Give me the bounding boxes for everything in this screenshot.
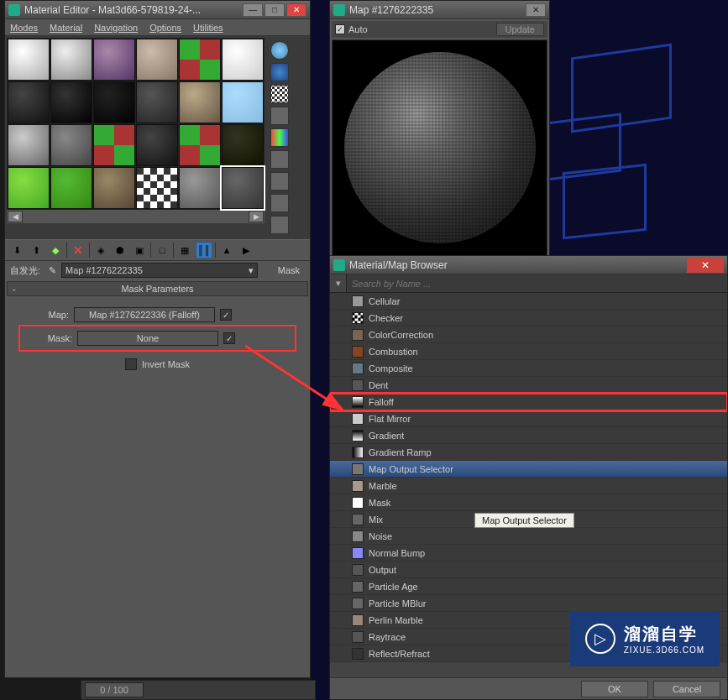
- go-forward-icon[interactable]: ▶: [238, 242, 254, 259]
- map-list-item[interactable]: Gradient Ramp: [330, 444, 727, 461]
- sample-slot[interactable]: [50, 124, 92, 166]
- search-input[interactable]: [347, 279, 727, 289]
- map-type-icon: [352, 295, 364, 307]
- show-end-result-icon[interactable]: ║║: [196, 242, 212, 259]
- sample-slot[interactable]: [50, 81, 92, 123]
- sample-slot[interactable]: [8, 124, 50, 166]
- make-unique-icon[interactable]: ⬢: [112, 242, 128, 259]
- sample-slot[interactable]: [222, 167, 264, 209]
- select-by-material-icon[interactable]: [270, 194, 289, 212]
- menu-modes[interactable]: Modes: [10, 23, 38, 33]
- map-list-item[interactable]: Map Output Selector: [330, 461, 727, 478]
- sample-slot[interactable]: [136, 167, 178, 209]
- mask-slot-button[interactable]: None: [77, 331, 218, 346]
- sample-slot[interactable]: [136, 39, 178, 81]
- sample-slot[interactable]: [222, 39, 264, 81]
- timeline-handle[interactable]: 0 / 100: [85, 682, 144, 697]
- map-slot-button[interactable]: Map #1276222336 (Falloff): [74, 307, 215, 322]
- put-to-scene-icon[interactable]: ⬆: [28, 242, 45, 259]
- get-material-icon[interactable]: ⬇: [8, 242, 25, 259]
- map-list[interactable]: CellularCheckerColorCorrectionCombustion…: [330, 293, 727, 662]
- eyedropper-icon[interactable]: ✎: [49, 265, 56, 276]
- scroll-right-button[interactable]: ▶: [249, 211, 264, 222]
- map-list-item[interactable]: Checker: [330, 310, 727, 326]
- invert-mask-checkbox[interactable]: [125, 358, 137, 370]
- sample-slot[interactable]: [8, 167, 50, 209]
- sample-slot[interactable]: [179, 124, 221, 166]
- map-list-item[interactable]: Marble: [330, 478, 727, 494]
- make-copy-icon[interactable]: ◈: [92, 242, 109, 259]
- sample-slot[interactable]: [136, 81, 178, 123]
- map-list-item[interactable]: Mask: [330, 494, 727, 511]
- go-to-parent-icon[interactable]: ▲: [218, 242, 235, 259]
- timeline-slider[interactable]: 0 / 100: [81, 680, 316, 700]
- rollout-header[interactable]: - Mask Parameters: [7, 281, 308, 296]
- mat-editor-titlebar[interactable]: Material Editor - Mat3d66-579819-24-... …: [5, 1, 310, 19]
- menu-material[interactable]: Material: [50, 23, 82, 33]
- sample-side-toolbar: [264, 38, 295, 238]
- material-name-dropdown[interactable]: Map #1276222335 ▾: [61, 263, 258, 278]
- options-icon[interactable]: [270, 172, 289, 191]
- material-id-icon[interactable]: [270, 216, 289, 234]
- sample-slot[interactable]: [179, 81, 221, 123]
- show-map-icon[interactable]: ▦: [176, 242, 193, 259]
- cancel-button[interactable]: Cancel: [653, 681, 720, 697]
- map-list-item[interactable]: Flat Mirror: [330, 410, 727, 427]
- make-preview-icon[interactable]: [270, 150, 289, 169]
- scroll-left-button[interactable]: ◀: [8, 211, 23, 222]
- video-color-icon[interactable]: [270, 128, 289, 147]
- ok-button[interactable]: OK: [581, 681, 648, 697]
- close-button[interactable]: ✕: [286, 3, 306, 17]
- reset-map-icon[interactable]: ✕: [70, 242, 86, 259]
- sample-slot[interactable]: [222, 124, 264, 166]
- close-button[interactable]: ✕: [687, 258, 724, 273]
- map-list-item[interactable]: Output: [330, 562, 727, 578]
- sample-slot[interactable]: [179, 167, 221, 209]
- map-list-item[interactable]: Noise: [330, 528, 727, 545]
- map-list-item[interactable]: Combustion: [330, 343, 727, 360]
- map-list-item[interactable]: ColorCorrection: [330, 326, 727, 343]
- assign-to-selection-icon[interactable]: ◆: [47, 242, 64, 259]
- sample-slot[interactable]: [93, 39, 135, 81]
- menu-navigation[interactable]: Navigation: [94, 23, 138, 33]
- sample-slot[interactable]: [50, 167, 92, 209]
- map-list-item[interactable]: Dent: [330, 377, 727, 394]
- background-icon[interactable]: [270, 85, 289, 103]
- sample-slot[interactable]: [93, 167, 135, 209]
- put-to-library-icon[interactable]: ▣: [131, 242, 148, 259]
- material-id-channel-icon[interactable]: □: [154, 242, 170, 259]
- search-menu-icon[interactable]: ▾: [330, 274, 347, 292]
- map-item-label: Flat Mirror: [369, 414, 411, 424]
- sample-slot[interactable]: [222, 81, 264, 123]
- sample-type-icon[interactable]: [270, 41, 289, 60]
- map-list-item[interactable]: Falloff: [330, 394, 727, 410]
- map-enable-checkbox[interactable]: ✓: [220, 309, 232, 321]
- map-list-item[interactable]: Cellular: [330, 293, 727, 310]
- menu-utilities[interactable]: Utilities: [193, 23, 223, 33]
- close-button[interactable]: ✕: [526, 3, 546, 17]
- sample-slot[interactable]: [8, 81, 50, 123]
- sample-slot[interactable]: [136, 124, 178, 166]
- maximize-button[interactable]: □: [264, 3, 285, 17]
- map-type-icon: [352, 614, 364, 626]
- sample-slot[interactable]: [93, 81, 135, 123]
- mask-enable-checkbox[interactable]: ✓: [223, 332, 235, 344]
- minimize-button[interactable]: —: [243, 3, 263, 17]
- map-list-item[interactable]: Particle Age: [330, 578, 727, 595]
- browser-titlebar[interactable]: Material/Map Browser ✕: [330, 256, 727, 274]
- map-list-item[interactable]: Gradient: [330, 427, 727, 444]
- sample-slot[interactable]: [50, 39, 92, 81]
- material-type-label[interactable]: Mask: [263, 265, 305, 275]
- menu-options[interactable]: Options: [149, 23, 181, 33]
- backlight-icon[interactable]: [270, 63, 289, 81]
- map-preview-titlebar[interactable]: Map #1276222335 ✕: [330, 1, 549, 19]
- sample-slot[interactable]: [8, 39, 50, 81]
- sample-slot[interactable]: [179, 39, 221, 81]
- sample-slot[interactable]: [93, 124, 135, 166]
- auto-checkbox[interactable]: ✓: [335, 24, 345, 34]
- map-list-item[interactable]: Particle MBlur: [330, 595, 727, 612]
- map-list-item[interactable]: Composite: [330, 360, 727, 377]
- uv-tiling-icon[interactable]: [270, 107, 289, 125]
- map-list-item[interactable]: Normal Bump: [330, 545, 727, 562]
- update-button[interactable]: Update: [496, 23, 544, 36]
